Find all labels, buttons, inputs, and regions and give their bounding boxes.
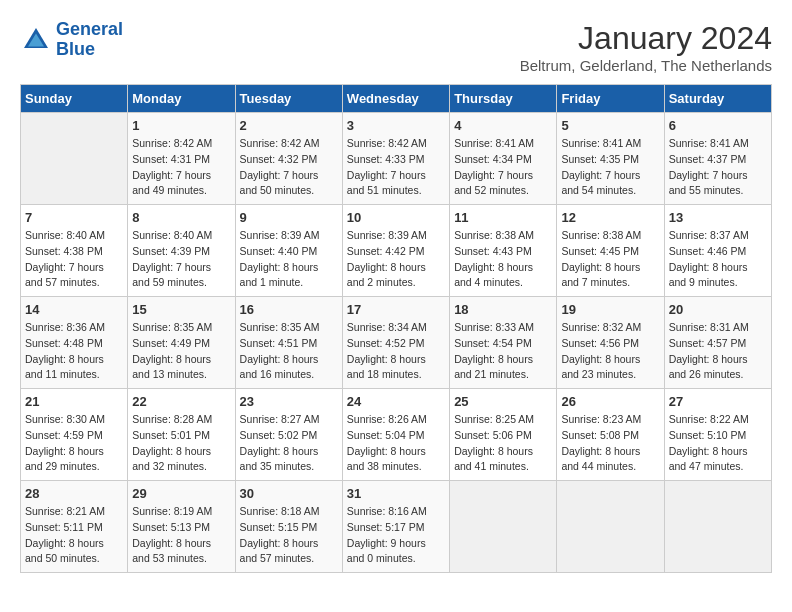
calendar-table: SundayMondayTuesdayWednesdayThursdayFrid… [20,84,772,573]
calendar-cell: 21Sunrise: 8:30 AMSunset: 4:59 PMDayligh… [21,389,128,481]
day-number: 29 [132,486,230,501]
calendar-cell [21,113,128,205]
day-info: Sunrise: 8:40 AMSunset: 4:38 PMDaylight:… [25,228,123,291]
location-subtitle: Beltrum, Gelderland, The Netherlands [520,57,772,74]
day-number: 9 [240,210,338,225]
day-info: Sunrise: 8:35 AMSunset: 4:51 PMDaylight:… [240,320,338,383]
day-info: Sunrise: 8:40 AMSunset: 4:39 PMDaylight:… [132,228,230,291]
day-info: Sunrise: 8:38 AMSunset: 4:43 PMDaylight:… [454,228,552,291]
calendar-week-row: 14Sunrise: 8:36 AMSunset: 4:48 PMDayligh… [21,297,772,389]
day-number: 24 [347,394,445,409]
calendar-cell: 7Sunrise: 8:40 AMSunset: 4:38 PMDaylight… [21,205,128,297]
day-info: Sunrise: 8:42 AMSunset: 4:31 PMDaylight:… [132,136,230,199]
day-info: Sunrise: 8:34 AMSunset: 4:52 PMDaylight:… [347,320,445,383]
day-info: Sunrise: 8:27 AMSunset: 5:02 PMDaylight:… [240,412,338,475]
day-info: Sunrise: 8:33 AMSunset: 4:54 PMDaylight:… [454,320,552,383]
day-number: 19 [561,302,659,317]
calendar-cell: 18Sunrise: 8:33 AMSunset: 4:54 PMDayligh… [450,297,557,389]
day-info: Sunrise: 8:21 AMSunset: 5:11 PMDaylight:… [25,504,123,567]
calendar-cell: 6Sunrise: 8:41 AMSunset: 4:37 PMDaylight… [664,113,771,205]
calendar-cell: 11Sunrise: 8:38 AMSunset: 4:43 PMDayligh… [450,205,557,297]
page-header: General Blue January 2024 Beltrum, Gelde… [20,20,772,74]
day-info: Sunrise: 8:26 AMSunset: 5:04 PMDaylight:… [347,412,445,475]
calendar-cell [664,481,771,573]
calendar-cell: 13Sunrise: 8:37 AMSunset: 4:46 PMDayligh… [664,205,771,297]
day-info: Sunrise: 8:31 AMSunset: 4:57 PMDaylight:… [669,320,767,383]
column-header-tuesday: Tuesday [235,85,342,113]
calendar-week-row: 7Sunrise: 8:40 AMSunset: 4:38 PMDaylight… [21,205,772,297]
calendar-cell: 31Sunrise: 8:16 AMSunset: 5:17 PMDayligh… [342,481,449,573]
calendar-cell: 12Sunrise: 8:38 AMSunset: 4:45 PMDayligh… [557,205,664,297]
day-number: 18 [454,302,552,317]
calendar-cell: 22Sunrise: 8:28 AMSunset: 5:01 PMDayligh… [128,389,235,481]
column-header-wednesday: Wednesday [342,85,449,113]
day-info: Sunrise: 8:35 AMSunset: 4:49 PMDaylight:… [132,320,230,383]
calendar-cell: 4Sunrise: 8:41 AMSunset: 4:34 PMDaylight… [450,113,557,205]
day-number: 22 [132,394,230,409]
calendar-cell [557,481,664,573]
day-info: Sunrise: 8:23 AMSunset: 5:08 PMDaylight:… [561,412,659,475]
day-number: 12 [561,210,659,225]
calendar-week-row: 1Sunrise: 8:42 AMSunset: 4:31 PMDaylight… [21,113,772,205]
calendar-cell: 14Sunrise: 8:36 AMSunset: 4:48 PMDayligh… [21,297,128,389]
column-header-monday: Monday [128,85,235,113]
day-number: 7 [25,210,123,225]
calendar-cell: 17Sunrise: 8:34 AMSunset: 4:52 PMDayligh… [342,297,449,389]
calendar-cell: 20Sunrise: 8:31 AMSunset: 4:57 PMDayligh… [664,297,771,389]
calendar-cell: 3Sunrise: 8:42 AMSunset: 4:33 PMDaylight… [342,113,449,205]
day-info: Sunrise: 8:32 AMSunset: 4:56 PMDaylight:… [561,320,659,383]
calendar-cell: 2Sunrise: 8:42 AMSunset: 4:32 PMDaylight… [235,113,342,205]
day-number: 15 [132,302,230,317]
day-number: 2 [240,118,338,133]
column-header-sunday: Sunday [21,85,128,113]
calendar-cell: 26Sunrise: 8:23 AMSunset: 5:08 PMDayligh… [557,389,664,481]
day-info: Sunrise: 8:36 AMSunset: 4:48 PMDaylight:… [25,320,123,383]
day-info: Sunrise: 8:39 AMSunset: 4:42 PMDaylight:… [347,228,445,291]
logo-blue: Blue [56,39,95,59]
column-header-saturday: Saturday [664,85,771,113]
calendar-cell: 24Sunrise: 8:26 AMSunset: 5:04 PMDayligh… [342,389,449,481]
calendar-week-row: 21Sunrise: 8:30 AMSunset: 4:59 PMDayligh… [21,389,772,481]
day-number: 16 [240,302,338,317]
day-number: 28 [25,486,123,501]
day-info: Sunrise: 8:30 AMSunset: 4:59 PMDaylight:… [25,412,123,475]
day-info: Sunrise: 8:42 AMSunset: 4:33 PMDaylight:… [347,136,445,199]
day-info: Sunrise: 8:41 AMSunset: 4:37 PMDaylight:… [669,136,767,199]
calendar-cell: 27Sunrise: 8:22 AMSunset: 5:10 PMDayligh… [664,389,771,481]
day-number: 31 [347,486,445,501]
calendar-header-row: SundayMondayTuesdayWednesdayThursdayFrid… [21,85,772,113]
day-number: 8 [132,210,230,225]
day-info: Sunrise: 8:41 AMSunset: 4:35 PMDaylight:… [561,136,659,199]
day-number: 3 [347,118,445,133]
logo-general: General [56,19,123,39]
column-header-thursday: Thursday [450,85,557,113]
calendar-cell: 23Sunrise: 8:27 AMSunset: 5:02 PMDayligh… [235,389,342,481]
calendar-cell: 5Sunrise: 8:41 AMSunset: 4:35 PMDaylight… [557,113,664,205]
day-info: Sunrise: 8:39 AMSunset: 4:40 PMDaylight:… [240,228,338,291]
day-number: 13 [669,210,767,225]
day-info: Sunrise: 8:28 AMSunset: 5:01 PMDaylight:… [132,412,230,475]
calendar-cell: 9Sunrise: 8:39 AMSunset: 4:40 PMDaylight… [235,205,342,297]
day-number: 17 [347,302,445,317]
day-info: Sunrise: 8:19 AMSunset: 5:13 PMDaylight:… [132,504,230,567]
calendar-cell: 29Sunrise: 8:19 AMSunset: 5:13 PMDayligh… [128,481,235,573]
day-number: 26 [561,394,659,409]
calendar-cell [450,481,557,573]
day-info: Sunrise: 8:22 AMSunset: 5:10 PMDaylight:… [669,412,767,475]
day-number: 4 [454,118,552,133]
day-info: Sunrise: 8:16 AMSunset: 5:17 PMDaylight:… [347,504,445,567]
day-info: Sunrise: 8:41 AMSunset: 4:34 PMDaylight:… [454,136,552,199]
calendar-cell: 28Sunrise: 8:21 AMSunset: 5:11 PMDayligh… [21,481,128,573]
day-number: 6 [669,118,767,133]
day-info: Sunrise: 8:42 AMSunset: 4:32 PMDaylight:… [240,136,338,199]
day-number: 23 [240,394,338,409]
calendar-cell: 19Sunrise: 8:32 AMSunset: 4:56 PMDayligh… [557,297,664,389]
day-number: 27 [669,394,767,409]
day-number: 11 [454,210,552,225]
day-number: 1 [132,118,230,133]
day-info: Sunrise: 8:25 AMSunset: 5:06 PMDaylight:… [454,412,552,475]
day-info: Sunrise: 8:18 AMSunset: 5:15 PMDaylight:… [240,504,338,567]
day-info: Sunrise: 8:37 AMSunset: 4:46 PMDaylight:… [669,228,767,291]
calendar-cell: 25Sunrise: 8:25 AMSunset: 5:06 PMDayligh… [450,389,557,481]
title-area: January 2024 Beltrum, Gelderland, The Ne… [520,20,772,74]
